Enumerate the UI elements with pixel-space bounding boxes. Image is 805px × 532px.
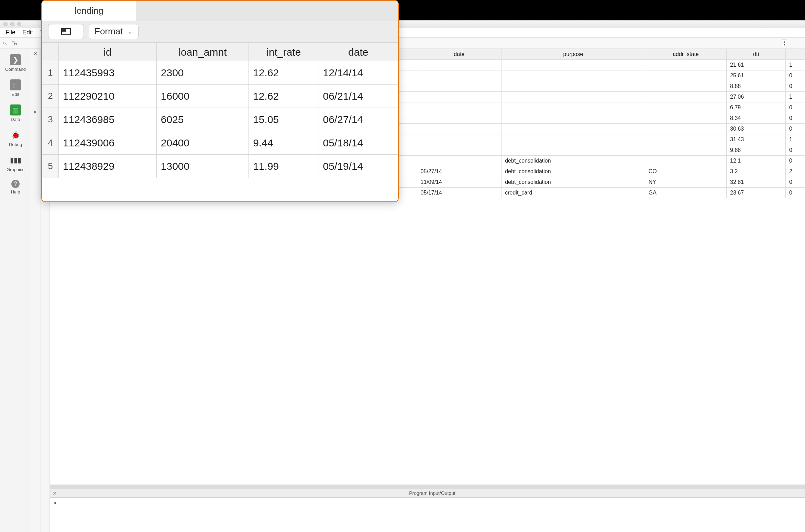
sidebar-item-graphics[interactable]: ▮▮▮ Graphics [0,155,31,172]
cell[interactable]: 1 [786,92,805,102]
toolbar-link-icon[interactable] [11,40,18,47]
cell[interactable]: 2 [786,166,805,177]
cell[interactable] [501,60,645,70]
cell[interactable]: 0 [786,102,805,113]
cell-id[interactable]: 112436985 [59,108,157,131]
cell[interactable]: 05/27/14 [417,166,501,177]
toolbar-add-icon[interactable]: +⌂ [2,40,9,47]
cell[interactable]: 31.43 [727,134,786,145]
cell[interactable] [417,156,501,166]
table-row[interactable]: 2 112290210 16000 12.62 06/21/14 [42,85,398,108]
cell[interactable] [501,70,645,81]
table-row[interactable]: 1 112435993 2300 12.62 12/14/14 [42,61,398,85]
menu-file[interactable]: File [2,29,19,36]
cell-id[interactable]: 112439006 [59,131,157,155]
cell[interactable]: NY [645,177,726,188]
cell[interactable]: 1 [786,134,805,145]
cell[interactable] [501,81,645,92]
cell[interactable] [645,134,726,145]
cell[interactable] [417,70,501,81]
cell[interactable] [501,134,645,145]
cell[interactable]: CO [645,166,726,177]
cell-date[interactable]: 06/21/14 [319,85,398,108]
cell[interactable] [645,70,726,81]
close-icon[interactable]: ✕ [33,51,37,56]
cell[interactable] [417,92,501,102]
toolbar-stepper[interactable]: ▲▼ [782,40,787,47]
cell[interactable]: 0 [786,70,805,81]
cell[interactable] [645,145,726,156]
cell[interactable]: 3.2 [727,166,786,177]
cell-int-rate[interactable]: 11.99 [249,155,319,178]
cell[interactable]: 21.61 [727,60,786,70]
cell[interactable] [417,102,501,113]
cell-int-rate[interactable]: 12.62 [249,61,319,85]
cell[interactable] [417,113,501,124]
col-header[interactable]: purpose [501,49,645,60]
col-header[interactable]: loan_amnt [156,43,249,61]
cell-loan-amnt[interactable]: 16000 [156,85,249,108]
format-dropdown[interactable]: Format ⌄ [89,24,139,39]
cell[interactable]: 12.1 [727,156,786,166]
overlay-data-table[interactable]: idloan_amntint_ratedate 1 112435993 2300… [42,43,398,178]
cell-int-rate[interactable]: 15.05 [249,108,319,131]
cell[interactable] [645,60,726,70]
traffic-max-icon[interactable] [17,22,21,26]
cell-loan-amnt[interactable]: 20400 [156,131,249,155]
cell-int-rate[interactable]: 12.62 [249,85,319,108]
cell[interactable]: 0 [786,177,805,188]
table-row[interactable]: 5 112438929 13000 11.99 05/19/14 [42,155,398,178]
tab-lending[interactable]: lending [42,1,136,21]
col-header[interactable]: addr_state [645,49,726,60]
cell[interactable] [417,81,501,92]
cell[interactable]: debt_consolidation [501,156,645,166]
cell[interactable] [501,124,645,134]
cell[interactable]: 8.34 [727,113,786,124]
cell-date[interactable]: 12/14/14 [319,61,398,85]
cell-id[interactable]: 112435993 [59,61,157,85]
cell[interactable]: 8.88 [727,81,786,92]
cell[interactable] [501,145,645,156]
cell[interactable]: 0 [786,188,805,198]
cell[interactable]: 23.67 [727,188,786,198]
sidebar-item-command[interactable]: ❯ Command [0,54,31,72]
cell-loan-amnt[interactable]: 2300 [156,61,249,85]
cell[interactable]: 1 [786,60,805,70]
cell[interactable] [417,145,501,156]
cell-loan-amnt[interactable]: 13000 [156,155,249,178]
close-icon[interactable]: ✕ [50,490,59,496]
col-header[interactable]: inq_last_6mths [786,49,805,60]
cell[interactable]: 27.06 [727,92,786,102]
cell[interactable]: 0 [786,156,805,166]
cell[interactable]: 6.79 [727,102,786,113]
sidebar-item-help[interactable]: ? Help [0,180,31,195]
cell[interactable] [645,124,726,134]
cell[interactable]: credit_card [501,188,645,198]
cell[interactable] [645,156,726,166]
col-header[interactable]: dti [727,49,786,60]
cell[interactable] [645,92,726,102]
cell[interactable] [501,113,645,124]
cell[interactable] [417,124,501,134]
cell-date[interactable]: 05/19/14 [319,155,398,178]
traffic-min-icon[interactable] [10,22,14,26]
cell[interactable]: GA [645,188,726,198]
cell[interactable]: 0 [786,124,805,134]
col-header[interactable]: date [417,49,501,60]
cell[interactable] [501,102,645,113]
cell[interactable] [645,113,726,124]
cell[interactable] [501,92,645,102]
cell-loan-amnt[interactable]: 6025 [156,108,249,131]
cell[interactable]: 32.81 [727,177,786,188]
cell[interactable]: 11/09/14 [417,177,501,188]
cell-date[interactable]: 06/27/14 [319,108,398,131]
sidebar-item-edit[interactable]: ▤ Edit [0,79,31,97]
cell[interactable]: 0 [786,81,805,92]
layout-toggle-button[interactable] [48,24,84,39]
cell[interactable] [417,134,501,145]
cell[interactable] [417,60,501,70]
expand-icon[interactable]: ▶ [34,109,37,114]
sidebar-item-data[interactable]: ▦ Data [0,104,31,122]
cell-int-rate[interactable]: 9.44 [249,131,319,155]
cell[interactable]: 05/17/14 [417,188,501,198]
